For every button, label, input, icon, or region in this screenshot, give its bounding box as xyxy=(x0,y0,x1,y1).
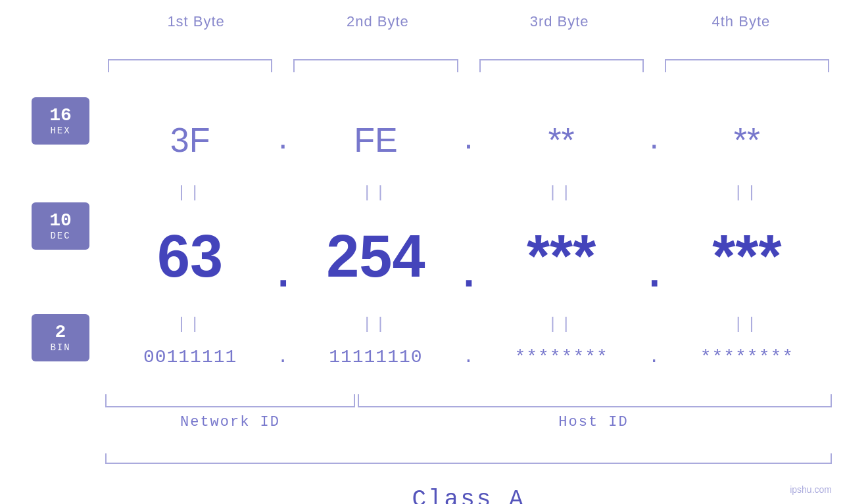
bin-badge-num: 2 xyxy=(55,323,66,343)
byte-header-2: 2nd Byte xyxy=(287,13,468,30)
class-bracket xyxy=(105,453,832,464)
hex-badge: 16 HEX xyxy=(32,97,89,145)
bin-val-1: 00111111 xyxy=(105,347,275,367)
bracket-network xyxy=(105,394,355,407)
hex-badge-num: 16 xyxy=(49,106,72,126)
equals-row-2: || || || || xyxy=(105,315,832,333)
bracket-byte-3 xyxy=(479,59,644,72)
equals-row-1: || || || || xyxy=(105,184,832,202)
bin-badge: 2 BIN xyxy=(32,314,89,361)
bin-val-3: ******** xyxy=(477,347,646,367)
dec-dot-1: . xyxy=(275,217,291,296)
byte-header-3: 3rd Byte xyxy=(469,13,650,30)
network-id-label: Network ID xyxy=(105,414,355,430)
bin-dot-1: . xyxy=(275,347,291,367)
bin-dot-2: . xyxy=(461,347,477,367)
dec-val-1: 63 xyxy=(105,223,275,290)
dec-val-4: *** xyxy=(662,223,832,290)
host-id-label: Host ID xyxy=(355,414,832,430)
bracket-byte-1 xyxy=(108,59,272,72)
byte-headers: 1st Byte 2nd Byte 3rd Byte 4th Byte xyxy=(105,13,832,30)
bin-val-2: 11111110 xyxy=(291,347,460,367)
top-brackets xyxy=(105,59,832,72)
bracket-byte-2 xyxy=(293,59,458,72)
bracket-byte-4 xyxy=(665,59,829,72)
hex-row: 3F . FE . ** . ** xyxy=(105,117,832,163)
class-label: Class A xyxy=(105,486,832,504)
hex-dot-1: . xyxy=(275,117,291,156)
main-container: 1st Byte 2nd Byte 3rd Byte 4th Byte 16 H… xyxy=(0,0,845,504)
hex-dot-2: . xyxy=(461,117,477,156)
bracket-host xyxy=(358,394,832,407)
dec-val-3: *** xyxy=(477,223,646,290)
bottom-brackets xyxy=(105,394,832,407)
bin-row: 00111111 . 11111110 . ******** . *******… xyxy=(105,347,832,367)
dec-badge-label: DEC xyxy=(50,231,70,241)
hex-val-1: 3F xyxy=(105,120,275,160)
dec-dot-3: . xyxy=(646,217,662,296)
dec-val-2: 254 xyxy=(291,223,460,290)
dec-dot-2: . xyxy=(461,217,477,296)
rows-container: 3F . FE . ** . ** || || || || 63 . 254 .… xyxy=(105,39,832,451)
hex-val-3: ** xyxy=(477,120,646,160)
dec-badge-num: 10 xyxy=(49,211,72,231)
hex-badge-label: HEX xyxy=(50,126,70,136)
hex-dot-3: . xyxy=(646,117,662,156)
id-labels: Network ID Host ID xyxy=(105,414,832,430)
hex-val-4: ** xyxy=(662,120,832,160)
bin-val-4: ******** xyxy=(662,347,832,367)
bin-dot-3: . xyxy=(646,347,662,367)
dec-badge: 10 DEC xyxy=(32,202,89,250)
dec-row: 63 . 254 . *** . *** xyxy=(105,217,832,296)
hex-val-2: FE xyxy=(291,120,460,160)
bin-badge-label: BIN xyxy=(50,342,70,353)
byte-header-1: 1st Byte xyxy=(105,13,287,30)
byte-header-4: 4th Byte xyxy=(650,13,832,30)
watermark: ipshu.com xyxy=(790,484,832,495)
